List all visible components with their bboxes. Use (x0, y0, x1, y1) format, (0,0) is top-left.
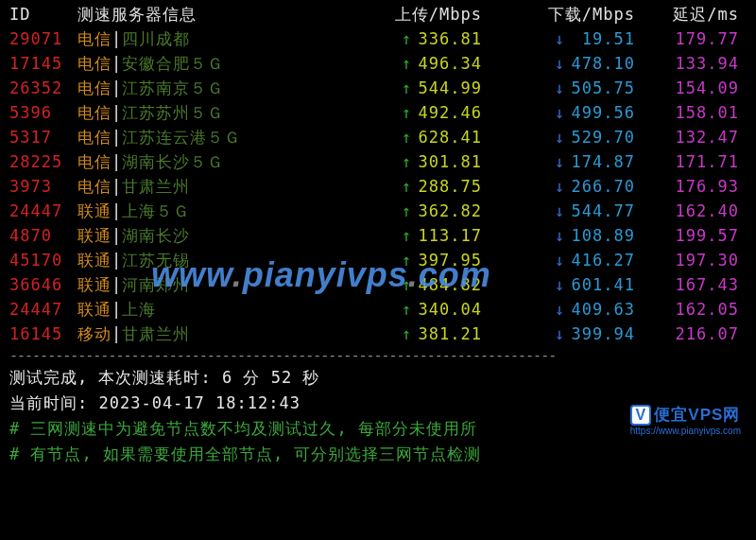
cell-id: 5317 (9, 125, 77, 149)
upload-value: 113.17 (416, 223, 482, 248)
cell-id: 36646 (9, 272, 77, 297)
arrow-up-icon: ↑ (402, 76, 412, 100)
cell-latency: 176.93 (635, 174, 739, 199)
table-row: 29071电信|四川成都↑336.81↓19.51179.77 (0, 26, 756, 51)
upload-value: 544.99 (416, 76, 482, 100)
cell-latency: 133.94 (635, 51, 739, 76)
cell-server: 联通|湖南长沙 (77, 223, 331, 248)
badge-text: 便宜VPS网 (654, 404, 740, 426)
header-latency: 延迟/ms (635, 2, 739, 26)
table-row: 4870联通|湖南长沙↑113.17↓108.89199.57 (0, 223, 756, 248)
cell-location: 江苏无锡 (122, 248, 190, 272)
arrow-down-icon: ↓ (555, 223, 565, 248)
cell-server: 电信|甘肃兰州 (77, 174, 331, 199)
cell-upload: ↑288.75 (331, 174, 482, 199)
header-upload: 上传/Mbps (331, 2, 482, 26)
upload-value: 362.82 (416, 199, 482, 223)
cell-isp: 电信 (77, 100, 112, 125)
download-value: 544.77 (569, 199, 635, 223)
cell-upload: ↑492.46 (331, 100, 482, 125)
cell-separator: | (112, 100, 122, 125)
arrow-down-icon: ↓ (555, 174, 565, 199)
cell-server: 电信|江苏苏州５Ｇ (77, 100, 331, 125)
cell-latency: 162.40 (635, 199, 739, 223)
cell-server: 电信|湖南长沙５Ｇ (77, 149, 331, 174)
status-complete: 测试完成, 本次测速耗时: 6 分 52 秒 (0, 365, 756, 391)
cell-isp: 移动 (77, 322, 112, 346)
arrow-down-icon: ↓ (555, 125, 565, 149)
cell-location: 甘肃兰州 (122, 322, 190, 346)
cell-location: 江苏南京５Ｇ (122, 76, 224, 100)
download-value: 416.27 (569, 248, 635, 272)
cell-server: 联通|上海５Ｇ (77, 199, 331, 223)
cell-separator: | (112, 51, 122, 76)
cell-download: ↓409.63 (482, 297, 635, 322)
cell-isp: 电信 (77, 149, 112, 174)
cell-latency: 179.77 (635, 26, 739, 51)
cell-latency: 167.43 (635, 272, 739, 297)
table-row: 3973电信|甘肃兰州↑288.75↓266.70176.93 (0, 174, 756, 199)
cell-id: 28225 (9, 149, 77, 174)
cell-latency: 171.71 (635, 149, 739, 174)
upload-value: 496.34 (416, 51, 482, 76)
cell-latency: 162.05 (635, 297, 739, 322)
table-row: 26352电信|江苏南京５Ｇ↑544.99↓505.75154.09 (0, 76, 756, 100)
upload-value: 288.75 (416, 174, 482, 199)
cell-separator: | (112, 174, 122, 199)
table-row: 24447联通|上海↑340.04↓409.63162.05 (0, 297, 756, 322)
cell-isp: 联通 (77, 223, 112, 248)
cell-upload: ↑340.04 (331, 297, 482, 322)
cell-upload: ↑113.17 (331, 223, 482, 248)
cell-download: ↓544.77 (482, 199, 635, 223)
upload-value: 492.46 (416, 100, 482, 125)
arrow-down-icon: ↓ (555, 248, 565, 272)
cell-latency: 197.30 (635, 248, 739, 272)
cell-latency: 154.09 (635, 76, 739, 100)
cell-id: 3973 (9, 174, 77, 199)
cell-separator: | (112, 149, 122, 174)
upload-value: 628.41 (416, 125, 482, 149)
arrow-down-icon: ↓ (555, 149, 565, 174)
arrow-up-icon: ↑ (402, 248, 412, 272)
cell-separator: | (112, 76, 122, 100)
cell-id: 26352 (9, 76, 77, 100)
cell-download: ↓499.56 (482, 100, 635, 125)
cell-id: 5396 (9, 100, 77, 125)
cell-download: ↓19.51 (482, 26, 635, 51)
table-row: 28225电信|湖南长沙５Ｇ↑301.81↓174.87171.71 (0, 149, 756, 174)
table-row: 36646联通|河南郑州↑484.82↓601.41167.43 (0, 272, 756, 297)
cell-location: 湖南长沙５Ｇ (122, 149, 224, 174)
download-value: 601.41 (569, 272, 635, 297)
arrow-down-icon: ↓ (555, 199, 565, 223)
cell-server: 移动|甘肃兰州 (77, 322, 331, 346)
upload-value: 340.04 (416, 297, 482, 322)
cell-location: 四川成都 (122, 26, 190, 51)
cell-server: 电信|四川成都 (77, 26, 331, 51)
cell-location: 河南郑州 (122, 272, 190, 297)
arrow-up-icon: ↑ (402, 297, 412, 322)
cell-separator: | (112, 322, 122, 346)
cell-id: 29071 (9, 26, 77, 51)
header-server: 测速服务器信息 (77, 2, 331, 26)
badge-v-icon: V (630, 405, 651, 426)
cell-isp: 电信 (77, 26, 112, 51)
arrow-up-icon: ↑ (402, 272, 412, 297)
table-row: 16145移动|甘肃兰州↑381.21↓399.94216.07 (0, 322, 756, 346)
table-row: 5317电信|江苏连云港５Ｇ↑628.41↓529.70132.47 (0, 125, 756, 149)
cell-separator: | (112, 297, 122, 322)
cell-separator: | (112, 272, 122, 297)
table-row: 17145电信|安徽合肥５Ｇ↑496.34↓478.10133.94 (0, 51, 756, 76)
cell-download: ↓505.75 (482, 76, 635, 100)
cell-server: 电信|江苏南京５Ｇ (77, 76, 331, 100)
cell-location: 江苏连云港５Ｇ (122, 125, 241, 149)
table-row: 24447联通|上海５Ｇ↑362.82↓544.77162.40 (0, 199, 756, 223)
cell-download: ↓478.10 (482, 51, 635, 76)
cell-location: 湖南长沙 (122, 223, 190, 248)
cell-latency: 216.07 (635, 322, 739, 346)
cell-isp: 联通 (77, 248, 112, 272)
cell-server: 电信|安徽合肥５Ｇ (77, 51, 331, 76)
cell-separator: | (112, 223, 122, 248)
arrow-down-icon: ↓ (555, 272, 565, 297)
download-value: 409.63 (569, 297, 635, 322)
cell-upload: ↑484.82 (331, 272, 482, 297)
